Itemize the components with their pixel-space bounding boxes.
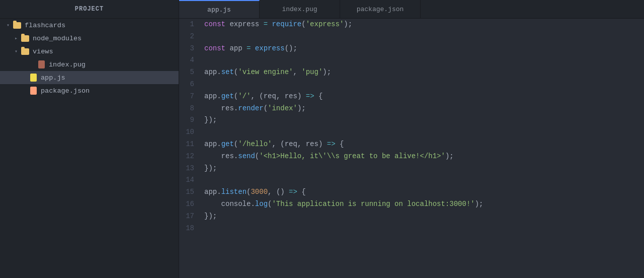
line-content: app.get('/', (req, res) => { bbox=[204, 91, 644, 103]
line-number: 16 bbox=[179, 198, 204, 211]
code-line-6: 6 bbox=[179, 79, 644, 91]
line-number: 1 bbox=[179, 19, 204, 31]
line-content: const app = express(); bbox=[204, 43, 644, 55]
sidebar-item-label: node_modules bbox=[33, 35, 82, 42]
line-content bbox=[204, 79, 644, 91]
line-content: res.send('<h1>Hello, it\'\\s great to be… bbox=[204, 151, 644, 163]
sidebar-item-flashcards[interactable]: ▾ flashcards bbox=[0, 19, 179, 32]
line-number: 2 bbox=[179, 31, 204, 43]
sidebar-header-label: Project bbox=[75, 6, 104, 13]
line-number: 10 bbox=[179, 126, 204, 138]
arrow-icon: ▾ bbox=[12, 48, 20, 54]
folder-icon bbox=[20, 48, 30, 55]
tab-bar: Project app.js index.pug package.json bbox=[0, 0, 644, 19]
main-layout: ▾ flashcards ▸ node_modules ▾ views bbox=[0, 19, 644, 278]
line-content: }); bbox=[204, 114, 644, 126]
code-line-2: 2 bbox=[179, 31, 644, 43]
code-line-11: 11 app.get('/hello', (req, res) => { bbox=[179, 138, 644, 151]
line-content bbox=[204, 31, 644, 43]
line-number: 13 bbox=[179, 163, 204, 175]
tab-package-json-label: package.json bbox=[357, 6, 404, 13]
code-line-4: 4 bbox=[179, 54, 644, 66]
sidebar-item-views[interactable]: ▾ views bbox=[0, 45, 179, 58]
code-line-1: 1 const express = require('express'); bbox=[179, 19, 644, 31]
line-content: console.log('This application is running… bbox=[204, 198, 644, 211]
line-content: }); bbox=[204, 211, 644, 223]
line-number: 15 bbox=[179, 186, 204, 198]
code-line-8: 8 res.render('index'); bbox=[179, 103, 644, 115]
folder-icon bbox=[20, 35, 30, 42]
line-content: app.set('view engine', 'pug'); bbox=[204, 66, 644, 79]
arrow-icon: ▸ bbox=[12, 35, 20, 41]
line-content: app.get('/hello', (req, res) => { bbox=[204, 138, 644, 151]
sidebar: ▾ flashcards ▸ node_modules ▾ views bbox=[0, 19, 179, 278]
code-line-9: 9 }); bbox=[179, 114, 644, 126]
line-number: 12 bbox=[179, 151, 204, 163]
code-line-15: 15 app.listen(3000, () => { bbox=[179, 186, 644, 198]
code-line-18: 18 bbox=[179, 223, 644, 235]
line-number: 17 bbox=[179, 211, 204, 223]
code-area: 1 const express = require('express'); 2 … bbox=[179, 19, 644, 244]
code-line-16: 16 console.log('This application is runn… bbox=[179, 198, 644, 211]
line-number: 18 bbox=[179, 223, 204, 235]
line-content bbox=[204, 223, 644, 235]
sidebar-item-label: app.js bbox=[41, 74, 65, 82]
sidebar-item-label: views bbox=[33, 48, 53, 55]
file-icon bbox=[28, 87, 38, 95]
sidebar-header: Project bbox=[0, 0, 179, 18]
tab-index-pug-label: index.pug bbox=[282, 6, 317, 13]
line-number: 3 bbox=[179, 43, 204, 55]
code-line-3: 3 const app = express(); bbox=[179, 43, 644, 55]
line-number: 5 bbox=[179, 66, 204, 79]
folder-icon bbox=[12, 22, 22, 29]
line-number: 11 bbox=[179, 138, 204, 151]
tab-app-js-label: app.js bbox=[207, 6, 231, 14]
line-content: const express = require('express'); bbox=[204, 19, 644, 31]
code-line-13: 13 }); bbox=[179, 163, 644, 175]
code-line-12: 12 res.send('<h1>Hello, it\'\\s great to… bbox=[179, 151, 644, 163]
tab-package-json[interactable]: package.json bbox=[340, 0, 421, 18]
sidebar-item-label: package.json bbox=[41, 87, 90, 95]
code-line-17: 17 }); bbox=[179, 211, 644, 223]
line-number: 14 bbox=[179, 174, 204, 186]
sidebar-item-index-pug[interactable]: index.pug bbox=[0, 58, 179, 71]
tab-app-js[interactable]: app.js bbox=[179, 0, 260, 18]
code-line-7: 7 app.get('/', (req, res) => { bbox=[179, 91, 644, 103]
line-number: 7 bbox=[179, 91, 204, 103]
line-content: }); bbox=[204, 163, 644, 175]
sidebar-item-app-js[interactable]: app.js bbox=[0, 71, 179, 84]
code-line-10: 10 bbox=[179, 126, 644, 138]
file-icon bbox=[28, 74, 38, 82]
sidebar-item-package-json[interactable]: package.json bbox=[0, 84, 179, 97]
line-content: app.listen(3000, () => { bbox=[204, 186, 644, 198]
line-content bbox=[204, 174, 644, 186]
sidebar-item-node-modules[interactable]: ▸ node_modules bbox=[0, 32, 179, 45]
sidebar-item-label: index.pug bbox=[49, 61, 86, 68]
line-content: res.render('index'); bbox=[204, 103, 644, 115]
file-icon bbox=[36, 60, 46, 68]
tab-index-pug[interactable]: index.pug bbox=[260, 0, 340, 18]
line-number: 6 bbox=[179, 79, 204, 91]
line-number: 9 bbox=[179, 114, 204, 126]
code-line-14: 14 bbox=[179, 174, 644, 186]
line-content bbox=[204, 54, 644, 66]
sidebar-item-label: flashcards bbox=[25, 22, 65, 29]
line-number: 8 bbox=[179, 103, 204, 115]
code-line-5: 5 app.set('view engine', 'pug'); bbox=[179, 66, 644, 79]
code-editor[interactable]: 1 const express = require('express'); 2 … bbox=[179, 19, 644, 278]
arrow-icon: ▾ bbox=[4, 22, 12, 28]
line-number: 4 bbox=[179, 54, 204, 66]
line-content bbox=[204, 126, 644, 138]
